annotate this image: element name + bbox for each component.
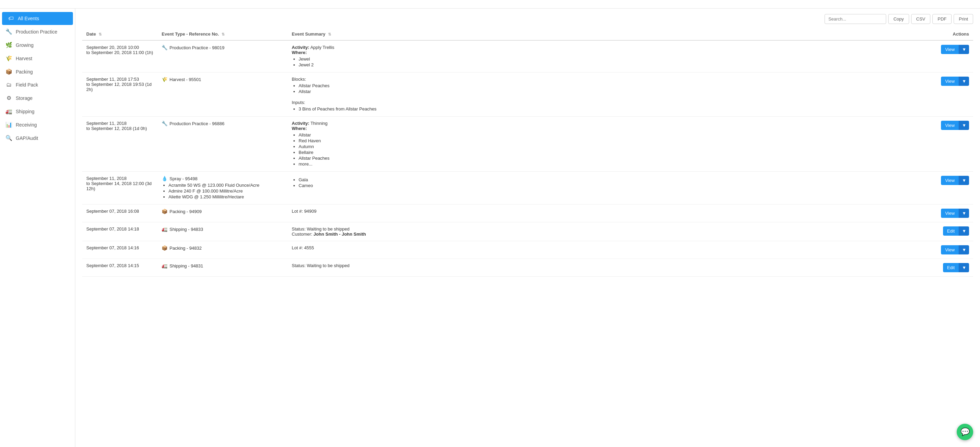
cell-date: September 11, 2018 17:53 to September 12… [82, 73, 158, 117]
cell-actions: Edit ▼ [929, 259, 973, 277]
where-list: AllstarRed HavenAutumnBellaireAllstar Pe… [292, 132, 924, 166]
cell-actions: View ▼ [929, 40, 973, 73]
action-group: View ▼ [933, 176, 969, 185]
action-group: View ▼ [933, 121, 969, 130]
list-item: Admire 240 F @ 100.000 Millitre/Acre [169, 189, 283, 193]
view-button[interactable]: View [941, 245, 959, 254]
summary-customer: Customer: John Smith - John Smith [292, 231, 924, 237]
table-row: September 07, 2018 14:16📦Packing - 94832… [82, 241, 973, 259]
cell-date: September 20, 2018 10:00 to September 20… [82, 40, 158, 73]
cell-event-summary: Status: Waiting to be shippedCustomer: J… [288, 222, 929, 241]
sidebar-item-receiving[interactable]: 📊Receiving [0, 118, 75, 132]
col-header-actions: Actions [929, 28, 973, 40]
sidebar-item-shipping[interactable]: 🚛Shipping [0, 105, 75, 118]
event-type-icon: 🔧 [162, 121, 167, 126]
view-dropdown-button[interactable]: ▼ [959, 77, 969, 86]
cell-date: September 11, 2018 to September 14, 2018… [82, 172, 158, 204]
view-dropdown-button[interactable]: ▼ [959, 209, 969, 218]
chat-bubble[interactable]: 💬 [957, 424, 973, 440]
event-type-icon: 🔧 [162, 45, 167, 50]
events-table: Date ⇅ Event Type - Reference No. ⇅ Even… [82, 28, 973, 277]
edit-dropdown-button[interactable]: ▼ [959, 227, 969, 236]
sidebar-item-growing[interactable]: 🌿Growing [0, 38, 75, 52]
storage-icon: ⚙ [5, 95, 12, 101]
cell-event-type: 🔧Production Practice - 96886 [158, 117, 288, 172]
list-item: Allstar [299, 89, 924, 94]
view-button[interactable]: View [941, 45, 959, 54]
action-group: View ▼ [933, 77, 969, 86]
view-dropdown-button[interactable]: ▼ [959, 176, 969, 185]
sidebar-item-label: Production Practice [16, 29, 57, 35]
view-button[interactable]: View [941, 121, 959, 130]
sidebar-item-label: Shipping [16, 109, 35, 114]
summary-activity: Activity: Apply Trellis [292, 45, 924, 50]
cell-event-type: 🌾Harvest - 95501 [158, 73, 288, 117]
sidebar-item-label: Storage [16, 95, 33, 101]
cell-actions: View ▼ [929, 204, 973, 222]
cell-event-summary: Blocks:Allstar PeachesAllstarInputs:3 Bi… [288, 73, 929, 117]
toolbar: Copy CSV PDF Print [82, 14, 973, 24]
receiving-icon: 📊 [5, 121, 12, 128]
inputs-list: 3 Bins of Peaches from Allstar Peaches [292, 106, 924, 111]
action-group: View ▼ [933, 209, 969, 218]
cell-date: September 07, 2018 14:18 [82, 222, 158, 241]
summary-status: Status: Waiting to be shipped [292, 227, 924, 231]
view-button[interactable]: View [941, 209, 959, 218]
col-header-date[interactable]: Date ⇅ [82, 28, 158, 40]
cell-event-type: 🚛Shipping - 94833 [158, 222, 288, 241]
list-item: Allstar Peaches [299, 155, 924, 161]
cell-actions: View ▼ [929, 73, 973, 117]
summary-lot: Lot #: 94909 [292, 209, 924, 214]
pdf-button[interactable]: PDF [932, 14, 951, 24]
edit-button[interactable]: Edit [943, 263, 959, 272]
print-button[interactable]: Print [954, 14, 973, 24]
copy-button[interactable]: Copy [888, 14, 909, 24]
cell-actions: View ▼ [929, 241, 973, 259]
sidebar-item-gap-audit[interactable]: 🔍GAP/Audit [0, 132, 75, 145]
edit-dropdown-button[interactable]: ▼ [959, 263, 969, 272]
cell-event-summary: Lot #: 4555 [288, 241, 929, 259]
col-header-event-summary[interactable]: Event Summary ⇅ [288, 28, 929, 40]
sidebar-item-packing[interactable]: 📦Packing [0, 65, 75, 78]
cell-actions: Edit ▼ [929, 222, 973, 241]
spray-list: Acramite 50 WS @ 123.000 Fluid Ounce/Acr… [162, 182, 283, 200]
sidebar-item-field-pack[interactable]: 🗂Field Pack [0, 78, 75, 91]
summary-status: Status: Waiting to be shipped [292, 263, 924, 268]
view-button[interactable]: View [941, 77, 959, 86]
blocks-list: Allstar PeachesAllstar [292, 83, 924, 94]
content-area: Copy CSV PDF Print Date ⇅ Event Type - R… [75, 8, 980, 447]
edit-button[interactable]: Edit [943, 227, 959, 236]
toolbar-actions: Copy CSV PDF Print [824, 14, 973, 24]
cell-event-summary: Activity: ThinningWhere:AllstarRed Haven… [288, 117, 929, 172]
event-type-icon: 🚛 [162, 263, 167, 268]
list-item: Allstar Peaches [299, 83, 924, 88]
csv-button[interactable]: CSV [911, 14, 931, 24]
view-dropdown-button[interactable]: ▼ [959, 121, 969, 130]
sidebar-item-storage[interactable]: ⚙Storage [0, 91, 75, 105]
sidebar-item-all-events[interactable]: 🏷All Events [2, 12, 73, 25]
view-dropdown-button[interactable]: ▼ [959, 45, 969, 54]
event-type-icon: 🚛 [162, 227, 167, 232]
view-button[interactable]: View [941, 176, 959, 185]
sidebar-item-label: GAP/Audit [16, 135, 38, 141]
list-item: Jewel [299, 56, 924, 62]
action-group: View ▼ [933, 45, 969, 54]
summary-activity: Activity: Thinning [292, 121, 924, 126]
col-header-event-type[interactable]: Event Type - Reference No. ⇅ [158, 28, 288, 40]
shipping-icon: 🚛 [5, 108, 12, 114]
packing-icon: 📦 [5, 68, 12, 75]
view-dropdown-button[interactable]: ▼ [959, 245, 969, 254]
list-item: Bellaire [299, 150, 924, 155]
action-group: Edit ▼ [933, 227, 969, 236]
gap-audit-icon: 🔍 [5, 135, 12, 141]
search-input[interactable] [824, 14, 886, 24]
cell-event-type: 💧Spray - 95498Acramite 50 WS @ 123.000 F… [158, 172, 288, 204]
cell-event-type: 📦Packing - 94832 [158, 241, 288, 259]
list-item: Gala [299, 177, 924, 182]
sidebar-item-harvest[interactable]: 🌾Harvest [0, 52, 75, 65]
summary-inputs-label: Inputs: [292, 100, 924, 105]
sidebar-item-label: Receiving [16, 122, 37, 128]
sidebar-item-production-practice[interactable]: 🔧Production Practice [0, 25, 75, 38]
table-row: September 20, 2018 10:00 to September 20… [82, 40, 973, 73]
field-pack-icon: 🗂 [5, 82, 12, 88]
